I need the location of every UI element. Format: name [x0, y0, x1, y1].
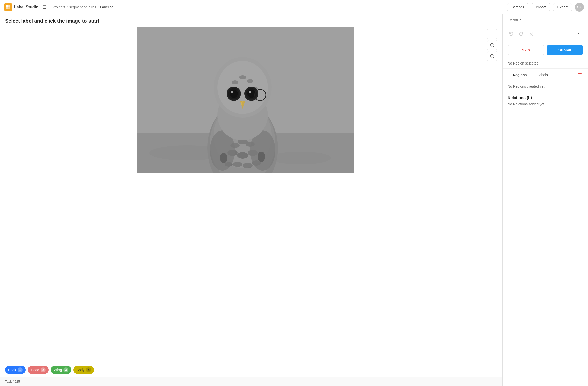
- instruction-text: Select label and click the image to star…: [0, 14, 502, 27]
- labels-bar: Beak 1 Head 2 Wing 3 Body 4: [0, 363, 502, 377]
- label-beak[interactable]: Beak 1: [5, 366, 26, 374]
- breadcrumb-current: Labeling: [100, 5, 113, 9]
- tab-regions[interactable]: Regions: [508, 71, 532, 79]
- relations-section: Relations (0) No Relations added yet: [503, 91, 588, 110]
- submit-button[interactable]: Submit: [547, 45, 583, 55]
- svg-rect-64: [578, 73, 581, 76]
- task-id: ID: 90Hg6: [508, 18, 583, 22]
- zoom-in-button[interactable]: +: [487, 29, 497, 39]
- svg-point-7: [270, 152, 331, 164]
- tabs-row: Regions Labels: [503, 69, 588, 81]
- left-panel: Select label and click the image to star…: [0, 14, 502, 386]
- breadcrumb-projects[interactable]: Projects: [52, 5, 65, 9]
- avatar[interactable]: SA: [575, 3, 584, 12]
- svg-line-50: [493, 46, 494, 47]
- clear-icon: [529, 31, 534, 37]
- label-beak-num: 1: [18, 367, 23, 372]
- svg-line-54: [493, 57, 494, 58]
- svg-point-19: [233, 162, 242, 167]
- svg-point-29: [258, 152, 265, 162]
- import-button[interactable]: Import: [532, 3, 550, 11]
- zoom-out-icon: [490, 54, 494, 58]
- zoom-fit-icon: [490, 43, 494, 47]
- settings-button[interactable]: Settings: [507, 3, 528, 11]
- task-label: Task #525: [5, 380, 20, 383]
- labeling-canvas[interactable]: [5, 27, 485, 173]
- svg-rect-1: [8, 5, 10, 7]
- no-relations-text: No Relations added yet: [508, 102, 583, 106]
- skip-button[interactable]: Skip: [508, 45, 544, 55]
- export-button[interactable]: Export: [553, 3, 572, 11]
- undo-icon: [509, 31, 514, 37]
- label-wing-num: 3: [63, 367, 68, 372]
- app-logo: Label Studio: [4, 3, 38, 11]
- hamburger-button[interactable]: ☰: [41, 3, 47, 11]
- redo-button[interactable]: [518, 30, 525, 39]
- settings-panel-button[interactable]: [576, 30, 583, 39]
- label-body[interactable]: Body 4: [73, 366, 94, 374]
- redo-icon: [519, 31, 524, 37]
- trash-icon: [577, 72, 582, 77]
- breadcrumb-sep2: /: [98, 5, 99, 9]
- image-container[interactable]: [5, 27, 485, 173]
- svg-point-33: [232, 80, 238, 84]
- app-name: Label Studio: [14, 5, 38, 9]
- task-id-section: ID: 90Hg6: [503, 14, 588, 27]
- label-wing[interactable]: Wing 3: [51, 366, 71, 374]
- breadcrumb: Projects / segmenting birds / Labeling: [52, 5, 113, 9]
- svg-rect-3: [8, 7, 10, 9]
- svg-point-45: [249, 91, 251, 93]
- svg-point-41: [231, 91, 233, 93]
- svg-point-34: [247, 79, 253, 83]
- breadcrumb-sep1: /: [67, 5, 68, 9]
- undo-button[interactable]: [508, 30, 515, 39]
- action-row: Skip Submit: [503, 42, 588, 58]
- svg-point-17: [237, 152, 248, 159]
- right-panel: ID: 90Hg6 Skip Submit No Region selected: [502, 14, 588, 386]
- zoom-fit-button[interactable]: [487, 40, 497, 50]
- delete-regions-button[interactable]: [576, 71, 583, 79]
- svg-point-35: [239, 75, 246, 79]
- footer: Task #525: [0, 377, 502, 386]
- breadcrumb-project[interactable]: segmenting birds: [69, 5, 96, 9]
- canvas-area: +: [0, 27, 502, 363]
- label-head[interactable]: Head 2: [28, 366, 49, 374]
- label-head-num: 2: [41, 367, 46, 372]
- settings-icon: [577, 31, 582, 37]
- clear-button[interactable]: [528, 30, 535, 39]
- no-regions-created-text: No Regions created yet: [503, 81, 588, 91]
- svg-point-28: [220, 153, 227, 163]
- svg-rect-2: [6, 7, 8, 9]
- controls-row: [503, 27, 588, 42]
- label-body-num: 4: [86, 367, 91, 372]
- svg-point-20: [243, 163, 253, 168]
- tab-labels[interactable]: Labels: [532, 71, 553, 79]
- relations-title: Relations (0): [508, 95, 583, 100]
- svg-point-44: [247, 90, 255, 98]
- svg-point-40: [230, 90, 238, 98]
- header: Label Studio ☰ Projects / segmenting bir…: [0, 0, 588, 14]
- logo-icon: [4, 3, 12, 11]
- zoom-out-button[interactable]: [487, 51, 497, 61]
- svg-rect-0: [6, 5, 8, 7]
- main-layout: Select label and click the image to star…: [0, 14, 588, 386]
- no-region-text: No Region selected: [503, 58, 588, 69]
- canvas-toolbar: +: [485, 27, 497, 360]
